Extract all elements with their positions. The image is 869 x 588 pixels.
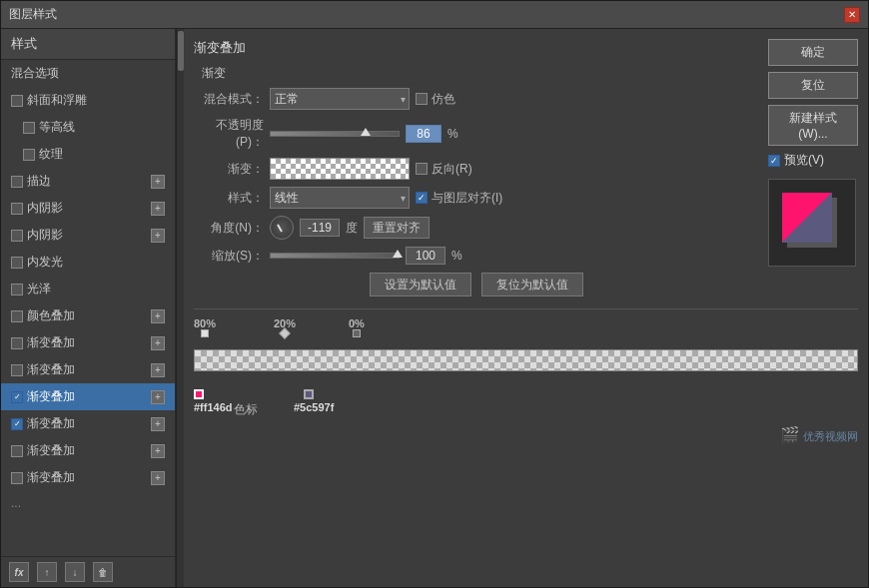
add-gradient-6-button[interactable]: + — [151, 471, 165, 485]
item-checkbox[interactable] — [11, 337, 23, 349]
add-stroke-button[interactable]: + — [151, 175, 165, 189]
add-gradient-2-button[interactable]: + — [151, 363, 165, 377]
layer-style-item-texture[interactable]: 纹理 — [1, 141, 175, 168]
opacity-slider-thumb[interactable] — [361, 128, 371, 136]
add-color-overlay-button[interactable]: + — [151, 309, 165, 323]
layer-style-item-more[interactable]: ... — [1, 491, 175, 515]
reset-alignment-button[interactable]: 重置对齐 — [364, 217, 430, 239]
item-checkbox[interactable] — [11, 176, 23, 188]
color-stop-pink[interactable] — [194, 389, 204, 399]
item-checkbox[interactable] — [11, 310, 23, 322]
move-down-button[interactable]: ↓ — [65, 562, 85, 582]
add-gradient-1-button[interactable]: + — [151, 336, 165, 350]
scale-label: 缩放(S)： — [194, 248, 264, 265]
item-checkbox[interactable] — [11, 203, 23, 215]
opacity-stop-0[interactable]: 0% — [349, 317, 365, 337]
item-checkbox[interactable] — [11, 364, 23, 376]
item-label: 混合选项 — [11, 65, 59, 82]
layer-style-item-satin[interactable]: 光泽 — [1, 276, 175, 302]
scrollbar[interactable] — [176, 29, 184, 587]
layer-style-item-gradient-3-active[interactable]: 渐变叠加 + — [1, 383, 175, 410]
degree-label: 度 — [346, 220, 358, 237]
new-style-button[interactable]: 新建样式(W)... — [768, 105, 858, 146]
layer-style-item-bevel[interactable]: 斜面和浮雕 — [1, 87, 175, 114]
align-checkbox-label[interactable]: ✓ 与图层对齐(I) — [416, 190, 502, 207]
move-up-button[interactable]: ↑ — [37, 562, 57, 582]
layer-style-item-inner-shadow-2[interactable]: 内阴影 + — [1, 222, 175, 249]
scale-slider-thumb[interactable] — [393, 250, 403, 258]
watermark-area: 🎬 优秀视频网 — [194, 425, 858, 444]
scale-input[interactable] — [406, 247, 445, 265]
item-label: 斜面和浮雕 — [27, 92, 87, 109]
scrollbar-thumb[interactable] — [178, 31, 184, 71]
reset-button[interactable]: 复位 — [768, 72, 858, 99]
layer-style-item-gradient-1[interactable]: 渐变叠加 + — [1, 329, 175, 356]
add-inner-shadow-button[interactable]: + — [151, 202, 165, 216]
stop-20-marker[interactable] — [279, 327, 290, 338]
layer-style-item-stroke[interactable]: 描边 + — [1, 168, 175, 195]
item-checkbox[interactable] — [11, 284, 23, 295]
delete-button[interactable]: 🗑 — [93, 562, 113, 582]
item-label: 描边 — [27, 173, 51, 190]
add-gradient-5-button[interactable]: + — [151, 444, 165, 458]
fx-button[interactable]: fx — [9, 562, 29, 582]
color-biao-label: 色标 — [234, 401, 258, 418]
pseudo-color-checkbox-label[interactable]: 仿色 — [416, 91, 455, 108]
layer-style-item-inner-shadow-1[interactable]: 内阴影 + — [1, 195, 175, 222]
item-checkbox[interactable] — [11, 472, 23, 484]
item-checkbox-checked[interactable] — [11, 391, 23, 403]
item-label: 内发光 — [27, 254, 63, 271]
layer-style-item-color-overlay[interactable]: 颜色叠加 + — [1, 302, 175, 329]
gradient-bar[interactable] — [194, 349, 858, 371]
item-checkbox[interactable] — [11, 445, 23, 457]
confirm-button[interactable]: 确定 — [768, 39, 858, 66]
left-panel-footer: fx ↑ ↓ 🗑 — [1, 556, 175, 587]
scale-slider-track[interactable] — [270, 253, 400, 259]
color-label-pink: #ff146d — [194, 401, 233, 413]
set-default-button[interactable]: 设置为默认值 — [370, 273, 471, 296]
angle-input[interactable] — [300, 219, 340, 237]
stop-80-label: 80% — [194, 317, 216, 329]
layer-style-item-contour[interactable]: 等高线 — [1, 114, 175, 141]
layer-style-item-gradient-2[interactable]: 渐变叠加 + — [1, 356, 175, 383]
close-button[interactable]: ✕ — [844, 7, 860, 23]
preview-checkbox[interactable]: ✓ — [768, 155, 780, 167]
stop-80-marker[interactable] — [201, 329, 209, 337]
item-checkbox[interactable] — [11, 257, 23, 269]
angle-dial[interactable] — [270, 216, 294, 240]
align-checkbox[interactable]: ✓ — [416, 192, 428, 204]
align-label: 与图层对齐(I) — [432, 190, 502, 207]
layer-style-item-gradient-5[interactable]: 渐变叠加 + — [1, 437, 175, 464]
opacity-slider-track[interactable] — [270, 131, 400, 137]
layer-style-item-gradient-6[interactable]: 渐变叠加 + — [1, 464, 175, 491]
layer-style-item-inner-glow[interactable]: 内发光 — [1, 249, 175, 276]
blend-mode-select[interactable]: 正常 溶解 正片叠底 — [270, 88, 410, 110]
color-stop-pink-marker[interactable] — [194, 389, 204, 399]
pseudo-color-checkbox[interactable] — [416, 93, 428, 105]
item-checkbox-checked[interactable] — [11, 418, 23, 430]
item-checkbox[interactable] — [23, 122, 35, 134]
gradient-preview[interactable] — [270, 158, 410, 180]
reset-default-button[interactable]: 复位为默认值 — [481, 273, 583, 296]
item-label: 渐变叠加 — [27, 469, 75, 486]
add-inner-shadow-2-button[interactable]: + — [151, 229, 165, 243]
add-gradient-3-button[interactable]: + — [151, 390, 165, 404]
gradient-bar-wrapper — [194, 349, 858, 371]
color-stop-purple[interactable] — [304, 389, 314, 399]
layer-style-item-gradient-4[interactable]: 渐变叠加 + — [1, 410, 175, 437]
item-checkbox[interactable] — [11, 95, 23, 107]
layer-style-item-blending[interactable]: 混合选项 — [1, 60, 175, 87]
opacity-stop-20[interactable]: 20% — [274, 317, 296, 337]
opacity-value-input[interactable]: 86 — [406, 125, 441, 143]
angle-label: 角度(N)： — [194, 220, 264, 237]
reverse-checkbox[interactable] — [416, 163, 428, 175]
stop-0-marker[interactable] — [353, 329, 361, 337]
add-gradient-4-button[interactable]: + — [151, 417, 165, 431]
blend-mode-row: 混合模式： 正常 溶解 正片叠底 仿色 — [194, 88, 758, 110]
style-select[interactable]: 线性 径向 角度 — [270, 187, 410, 209]
item-checkbox[interactable] — [11, 230, 23, 242]
color-stop-purple-marker[interactable] — [304, 389, 314, 399]
reverse-checkbox-label[interactable]: 反向(R) — [416, 161, 472, 178]
item-checkbox[interactable] — [23, 149, 35, 161]
opacity-stop-80[interactable]: 80% — [194, 317, 216, 337]
